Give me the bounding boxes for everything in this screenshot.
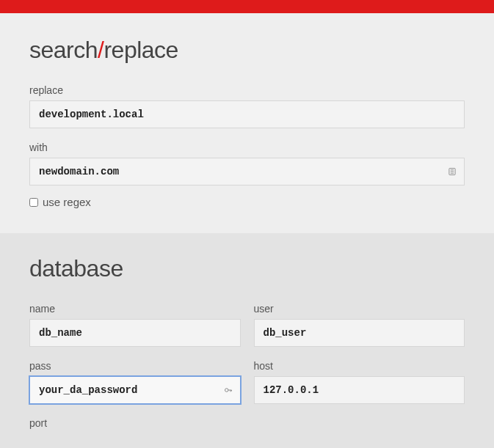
db-name-label: name: [29, 303, 241, 315]
db-port-label: port: [29, 417, 241, 429]
db-user-label: user: [254, 303, 465, 315]
db-name-input[interactable]: [29, 319, 241, 347]
replace-input[interactable]: [29, 100, 465, 128]
title-replace: replace: [103, 37, 178, 63]
search-replace-section: search/replace replace with use regex: [0, 13, 494, 233]
db-pass-input[interactable]: [29, 376, 241, 404]
with-label: with: [29, 142, 465, 153]
page-title: search/replace: [29, 37, 465, 64]
db-host-input[interactable]: [254, 376, 465, 404]
database-section: database name user pass: [0, 233, 494, 448]
with-input[interactable]: [29, 158, 465, 186]
regex-checkbox[interactable]: [29, 198, 38, 207]
db-pass-label: pass: [29, 360, 241, 372]
db-user-input[interactable]: [254, 319, 465, 347]
db-host-label: host: [254, 360, 465, 372]
regex-checkbox-label[interactable]: use regex: [43, 196, 91, 208]
title-search: search: [29, 37, 98, 63]
top-bar: [0, 0, 494, 13]
svg-point-4: [225, 389, 228, 392]
replace-label: replace: [29, 84, 465, 96]
contacts-icon[interactable]: [447, 166, 457, 177]
database-heading: database: [29, 255, 465, 282]
key-icon[interactable]: [223, 385, 233, 395]
